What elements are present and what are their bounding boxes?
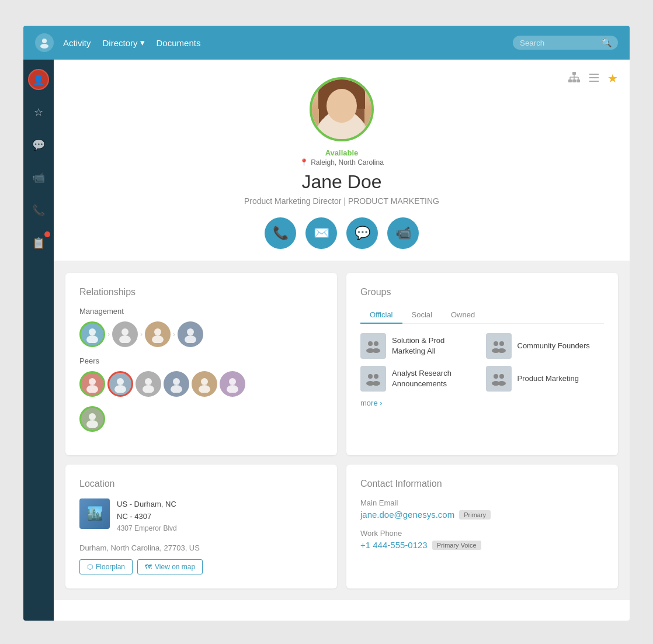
groups-more-link[interactable]: more › (360, 399, 604, 407)
group-item-2[interactable]: Community Founders (486, 333, 605, 359)
arrow-sep-3: › (173, 330, 175, 338)
mgmt-avatar-3[interactable] (145, 321, 171, 347)
main-content: ★ Available 📍 (54, 60, 630, 621)
svg-point-30 (201, 378, 208, 385)
svg-point-22 (89, 378, 96, 385)
phone-section: Work Phone +1 444-555-0123 Primary Voice (360, 529, 604, 550)
svg-point-18 (154, 328, 161, 335)
tab-official[interactable]: Official (360, 307, 402, 324)
svg-point-45 (374, 374, 378, 379)
contact-actions: 📞 ✉️ 💬 📹 (65, 217, 618, 249)
groups-card: Groups Official Social Owned Solution & … (346, 273, 618, 455)
email-value-row: jane.doe@genesys.com Primary (360, 510, 604, 520)
status-badge: Available (65, 148, 618, 157)
list-icon[interactable] (588, 71, 600, 87)
phone-number[interactable]: +1 444-555-0123 (360, 540, 428, 550)
svg-rect-4 (572, 79, 576, 82)
svg-point-43 (498, 348, 506, 353)
sidebar-item-favorites[interactable]: ☆ (28, 102, 49, 123)
location-card: Location 🏙️ US - Durham, NC NC - 4307 43… (65, 465, 337, 588)
avatar[interactable]: 👤 (28, 69, 49, 90)
svg-point-49 (499, 374, 504, 379)
nav-directory[interactable]: Directory ▾ (103, 37, 145, 48)
email-address[interactable]: jane.doe@genesys.com (360, 510, 454, 520)
chat-button[interactable]: 💬 (346, 217, 378, 249)
sidebar-item-phone[interactable]: 📞 (28, 200, 49, 221)
svg-point-35 (86, 420, 98, 428)
location-name: US - Durham, NC (117, 498, 177, 511)
group-icon-3 (360, 366, 386, 392)
mgmt-avatar-4[interactable] (178, 321, 203, 347)
svg-rect-3 (568, 79, 572, 82)
svg-point-20 (187, 328, 194, 335)
peers-label: Peers (79, 356, 323, 365)
groups-list: Solution & Prod Marketing All Community … (360, 333, 604, 392)
group-name-4: Product Marketing (517, 373, 579, 384)
contact-info-card: Contact Information Main Email jane.doe@… (346, 465, 618, 588)
mgmt-avatar-1[interactable] (79, 321, 105, 347)
svg-point-21 (185, 335, 196, 343)
email-button[interactable]: ✉️ (305, 217, 337, 249)
email-section: Main Email jane.doe@genesys.com Primary (360, 498, 604, 520)
peer-avatar-4[interactable] (164, 371, 189, 397)
management-row: › › › (79, 321, 323, 347)
call-button[interactable]: 📞 (265, 217, 296, 249)
floorplan-button[interactable]: ⬡ Floorplan (79, 559, 133, 574)
svg-point-37 (374, 341, 378, 346)
phone-primary-badge: Primary Voice (432, 541, 481, 550)
sidebar-item-video[interactable]: 📹 (28, 167, 49, 188)
svg-point-33 (227, 385, 238, 393)
location-image: 🏙️ (79, 498, 110, 529)
tab-social[interactable]: Social (402, 307, 442, 324)
relationships-title: Relationships (79, 287, 323, 297)
peer-avatar-1[interactable] (79, 371, 105, 397)
location-address: 4307 Emperor Blvd (117, 523, 177, 534)
profile-avatar (310, 77, 374, 141)
video-button[interactable]: 📹 (387, 217, 419, 249)
cards-area: Relationships Management › › › (54, 261, 630, 600)
nav-documents[interactable]: Documents (157, 38, 201, 48)
location-city: Durham, North Carolina, 27703, US (79, 543, 323, 552)
chevron-down-icon: ▾ (140, 37, 145, 48)
groups-tabs: Official Social Owned (360, 307, 604, 324)
peer-avatar-7[interactable] (79, 406, 105, 432)
profile-name: Jane Doe (65, 171, 618, 193)
sidebar-item-chat[interactable]: 💬 (28, 134, 49, 155)
svg-point-0 (42, 39, 47, 43)
svg-point-1 (40, 44, 48, 49)
peer-avatar-5[interactable] (192, 371, 217, 397)
nav-activity[interactable]: Activity (63, 38, 91, 48)
svg-point-16 (121, 328, 128, 335)
svg-point-14 (89, 328, 96, 335)
search-bar: 🔍 (513, 36, 618, 50)
management-label: Management (79, 307, 323, 316)
tab-owned[interactable]: Owned (442, 307, 484, 324)
org-chart-icon[interactable] (568, 71, 581, 87)
left-sidebar: 👤 ☆ 💬 📹 📞 📋 (23, 60, 54, 621)
svg-point-25 (114, 385, 126, 393)
mgmt-avatar-2[interactable] (112, 321, 138, 347)
group-name-1: Solution & Prod Marketing All (392, 335, 479, 356)
email-primary-badge: Primary (459, 510, 491, 520)
svg-point-48 (494, 374, 498, 379)
group-item-4[interactable]: Product Marketing (486, 366, 605, 392)
group-item-1[interactable]: Solution & Prod Marketing All (360, 333, 479, 359)
svg-point-19 (152, 335, 164, 343)
group-name-3: Analyst Research Announcements (392, 368, 479, 389)
peers-row-1 (79, 371, 323, 397)
peer-avatar-3[interactable] (136, 371, 161, 397)
peer-avatar-6[interactable] (220, 371, 245, 397)
group-item-3[interactable]: Analyst Research Announcements (360, 366, 479, 392)
svg-point-24 (117, 378, 124, 385)
svg-point-47 (372, 381, 380, 386)
star-icon[interactable]: ★ (607, 71, 618, 87)
group-icon-1 (360, 333, 386, 359)
sidebar-item-notifications[interactable]: 📋 (28, 233, 49, 254)
top-navigation: Activity Directory ▾ Documents 🔍 (23, 26, 630, 60)
view-on-map-button[interactable]: 🗺 View on map (137, 559, 203, 574)
search-input[interactable] (520, 39, 602, 47)
location-buttons: ⬡ Floorplan 🗺 View on map (79, 559, 323, 574)
notification-badge (44, 231, 50, 237)
phone-label: Work Phone (360, 529, 604, 538)
peer-avatar-2[interactable] (107, 371, 133, 397)
